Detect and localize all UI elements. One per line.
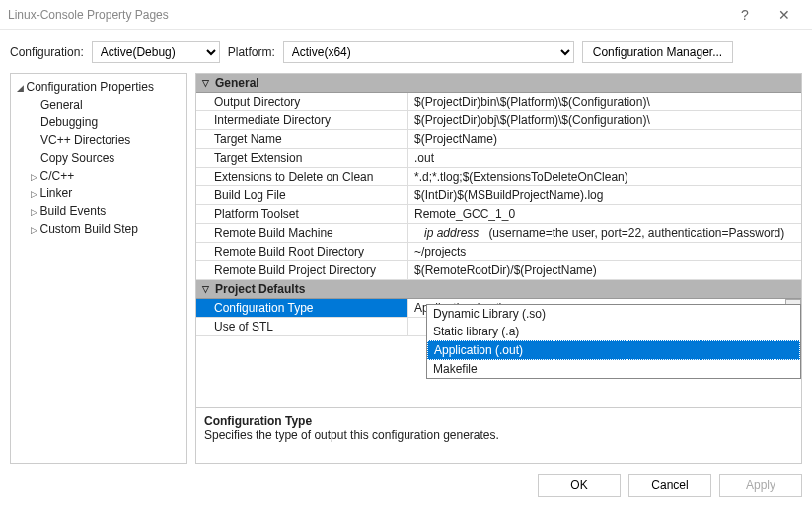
property-grid-panel: ▽ General Output Directory$(ProjectDir)b… [195, 73, 802, 464]
prop-row: Target Name$(ProjectName) [196, 130, 801, 149]
prop-row: Extensions to Delete on Clean*.d;*.tlog;… [196, 168, 801, 186]
prop-value[interactable]: *.d;*.tlog;$(ExtensionsToDeleteOnClean) [408, 168, 801, 185]
prop-label: Build Log File [196, 186, 408, 204]
chevron-down-icon: ▽ [202, 78, 209, 88]
dropdown-item-selected[interactable]: Application (.out) [427, 340, 800, 360]
window-title: Linux-Console Property Pages [8, 8, 725, 22]
tree-item-vcdirs[interactable]: VC++ Directories [11, 131, 186, 149]
dialog-buttons: OK Cancel Apply [0, 464, 812, 507]
prop-value[interactable]: $(ProjectDir)obj\$(Platform)\$(Configura… [408, 111, 801, 129]
description-panel: Configuration Type Specifies the type of… [196, 407, 801, 463]
prop-row: Output Directory$(ProjectDir)bin\$(Platf… [196, 93, 801, 111]
prop-label: Output Directory [196, 93, 408, 110]
property-grid: ▽ General Output Directory$(ProjectDir)b… [196, 74, 801, 407]
configuration-label: Configuration: [10, 45, 84, 59]
tree-item-debugging[interactable]: Debugging [11, 113, 186, 131]
close-icon[interactable]: ✕ [765, 7, 804, 23]
platform-label: Platform: [228, 45, 275, 59]
description-title: Configuration Type [204, 414, 793, 428]
dropdown-item[interactable]: Makefile [427, 360, 800, 378]
ok-button[interactable]: OK [538, 474, 621, 497]
section-project-defaults[interactable]: ▽ Project Defaults [196, 280, 801, 299]
prop-label: Configuration Type [196, 299, 408, 317]
prop-label: Platform Toolset [196, 205, 408, 223]
configuration-select[interactable]: Active(Debug) [92, 41, 220, 63]
prop-value[interactable]: ip address(username=the user, port=22, a… [408, 224, 801, 242]
tree-item-general[interactable]: General [11, 96, 186, 113]
prop-label: Target Name [196, 130, 408, 148]
prop-label: Target Extension [196, 149, 408, 167]
tree-item-custom-build[interactable]: Custom Build Step [11, 220, 186, 238]
titlebar: Linux-Console Property Pages ? ✕ [0, 0, 812, 30]
tree-root[interactable]: Configuration Properties [11, 78, 186, 96]
main-area: Configuration Properties General Debuggi… [0, 73, 812, 464]
prop-value[interactable]: Remote_GCC_1_0 [408, 205, 801, 223]
prop-row: Intermediate Directory$(ProjectDir)obj\$… [196, 111, 801, 130]
prop-label: Intermediate Directory [196, 111, 408, 129]
prop-value[interactable]: $(ProjectName) [408, 130, 801, 148]
prop-value[interactable]: $(IntDir)$(MSBuildProjectName).log [408, 186, 801, 204]
prop-value[interactable]: $(ProjectDir)bin\$(Platform)\$(Configura… [408, 93, 801, 110]
prop-label: Use of STL [196, 318, 408, 335]
prop-label: Extensions to Delete on Clean [196, 168, 408, 185]
tree-item-linker[interactable]: Linker [11, 184, 186, 202]
prop-row: Build Log File$(IntDir)$(MSBuildProjectN… [196, 186, 801, 205]
config-type-dropdown[interactable]: Dynamic Library (.so) Static library (.a… [426, 304, 801, 379]
tree-item-ccpp[interactable]: C/C++ [11, 167, 186, 184]
apply-button[interactable]: Apply [719, 474, 802, 497]
prop-label: Remote Build Project Directory [196, 261, 408, 279]
help-icon[interactable]: ? [725, 7, 765, 23]
dropdown-item[interactable]: Dynamic Library (.so) [427, 305, 800, 323]
config-row: Configuration: Active(Debug) Platform: A… [0, 30, 812, 73]
prop-label: Remote Build Root Directory [196, 243, 408, 260]
prop-label: Remote Build Machine [196, 224, 408, 242]
platform-select[interactable]: Active(x64) [283, 41, 574, 63]
chevron-down-icon: ▽ [202, 284, 209, 294]
config-tree[interactable]: Configuration Properties General Debuggi… [10, 73, 187, 464]
description-text: Specifies the type of output this config… [204, 428, 793, 442]
prop-value[interactable]: .out [408, 149, 801, 167]
prop-value[interactable]: ~/projects [408, 243, 801, 260]
prop-row: Remote Build Root Directory~/projects [196, 243, 801, 261]
configuration-manager-button[interactable]: Configuration Manager... [582, 41, 733, 63]
prop-row: Remote Build Project Directory$(RemoteRo… [196, 261, 801, 280]
cancel-button[interactable]: Cancel [628, 474, 711, 497]
prop-row: Target Extension.out [196, 149, 801, 168]
prop-row-remote-machine: Remote Build Machineip address(username=… [196, 224, 801, 243]
tree-item-copy-sources[interactable]: Copy Sources [11, 149, 186, 167]
tree-item-build-events[interactable]: Build Events [11, 202, 186, 220]
prop-row: Platform ToolsetRemote_GCC_1_0 [196, 205, 801, 224]
prop-value[interactable]: $(RemoteRootDir)/$(ProjectName) [408, 261, 801, 279]
dropdown-item[interactable]: Static library (.a) [427, 323, 800, 340]
section-general[interactable]: ▽ General [196, 74, 801, 93]
